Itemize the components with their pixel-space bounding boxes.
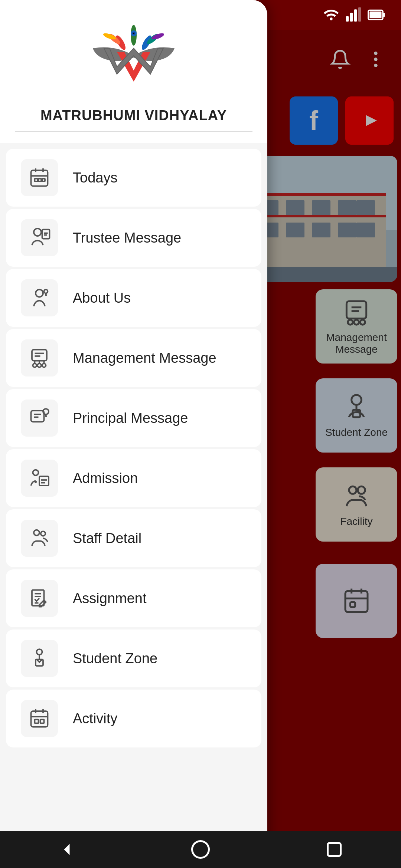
menu-item-assignment[interactable]: Assignment	[6, 569, 261, 627]
todays-icon-box	[21, 159, 58, 196]
school-logo	[85, 22, 182, 104]
menu-item-todays[interactable]: Todays	[6, 149, 261, 207]
principal-icon-box	[21, 400, 58, 437]
menu-item-activity[interactable]: Activity	[6, 690, 261, 747]
svg-point-82	[42, 364, 46, 367]
svg-point-69	[34, 228, 41, 236]
admission-icon-box	[21, 460, 58, 497]
svg-rect-10	[369, 11, 381, 18]
menu-list: Todays Trustee Message	[0, 143, 267, 868]
back-button[interactable]	[52, 835, 82, 864]
menu-label-staff: Staff Detail	[73, 530, 141, 546]
trustee-icon-box	[21, 219, 58, 256]
menu-label-todays: Todays	[73, 170, 117, 186]
admission-icon	[28, 467, 50, 489]
svg-rect-114	[328, 843, 341, 856]
menu-item-student-zone[interactable]: Student Zone	[6, 629, 261, 687]
svg-rect-6	[354, 9, 357, 22]
menu-label-assignment: Assignment	[73, 591, 147, 606]
svg-point-81	[38, 364, 41, 367]
svg-point-113	[192, 841, 209, 858]
svg-point-74	[44, 290, 48, 293]
staff-icon-box	[21, 520, 58, 557]
svg-rect-9	[383, 13, 385, 17]
menu-label-about: About Us	[73, 290, 131, 306]
staff-icon	[28, 527, 50, 549]
about-icon	[28, 287, 50, 309]
wifi-icon	[323, 7, 339, 23]
calendar-grid-icon	[28, 167, 50, 189]
management-icon-box	[21, 339, 58, 377]
student-zone-icon-box	[21, 640, 58, 677]
assignment-icon-box	[21, 580, 58, 617]
svg-rect-86	[31, 411, 44, 422]
svg-point-61	[133, 33, 134, 34]
svg-point-104	[37, 649, 42, 655]
menu-item-trustee[interactable]: Trustee Message	[6, 209, 261, 267]
student-zone-icon	[28, 647, 50, 670]
svg-point-92	[33, 470, 39, 476]
svg-rect-5	[350, 13, 353, 22]
home-button[interactable]	[186, 835, 215, 864]
svg-marker-112	[64, 844, 70, 855]
svg-rect-4	[346, 16, 349, 22]
menu-item-principal[interactable]: Principal Message	[6, 389, 261, 447]
svg-rect-70	[42, 230, 50, 239]
signal-icon	[345, 7, 362, 23]
navigation-drawer: MATRUBHUMI VIDHYALAY Todays	[0, 0, 267, 868]
svg-point-80	[33, 364, 37, 367]
assignment-icon	[28, 587, 50, 609]
svg-rect-68	[42, 179, 45, 182]
menu-item-staff[interactable]: Staff Detail	[6, 509, 261, 567]
svg-rect-7	[358, 7, 361, 22]
menu-item-admission[interactable]: Admission	[6, 449, 261, 507]
principal-icon	[28, 407, 50, 429]
battery-icon	[368, 7, 386, 23]
svg-point-3	[330, 17, 332, 20]
about-icon-box	[21, 279, 58, 316]
svg-point-97	[34, 530, 39, 536]
menu-label-activity: Activity	[73, 711, 117, 727]
drawer-header: MATRUBHUMI VIDHYALAY	[0, 0, 267, 143]
navigation-bar	[0, 831, 401, 868]
menu-label-student-zone: Student Zone	[73, 651, 157, 667]
svg-point-73	[36, 290, 43, 297]
svg-rect-110	[35, 720, 39, 723]
svg-rect-111	[40, 720, 44, 723]
svg-point-98	[41, 531, 46, 536]
svg-rect-77	[32, 350, 47, 361]
header-divider	[15, 131, 252, 132]
activity-icon-box	[21, 700, 58, 737]
svg-rect-67	[39, 179, 42, 182]
svg-rect-66	[35, 179, 38, 182]
svg-point-96	[35, 481, 36, 483]
school-name: MATRUBHUMI VIDHYALAY	[40, 108, 227, 124]
recents-button[interactable]	[319, 835, 349, 864]
svg-rect-93	[39, 476, 49, 486]
menu-label-trustee: Trustee Message	[73, 230, 181, 246]
menu-label-admission: Admission	[73, 470, 138, 486]
menu-item-management[interactable]: Management Message	[6, 329, 261, 387]
menu-label-management: Management Message	[73, 350, 216, 366]
svg-rect-106	[31, 711, 48, 727]
menu-label-principal: Principal Message	[73, 410, 188, 426]
menu-item-about[interactable]: About Us	[6, 269, 261, 327]
status-icons	[323, 7, 386, 23]
activity-icon	[28, 707, 50, 730]
management-icon	[28, 347, 50, 369]
trustee-icon	[28, 227, 50, 249]
